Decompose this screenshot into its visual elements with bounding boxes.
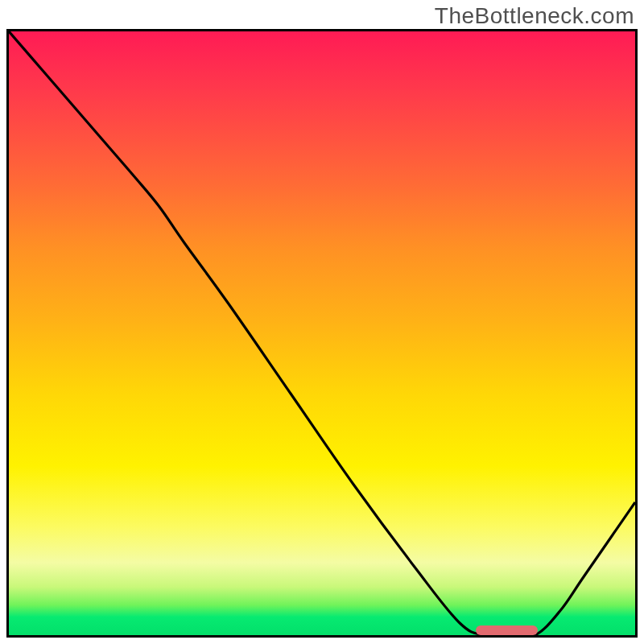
watermark-text: TheBottleneck.com: [435, 3, 634, 29]
bottleneck-curve: [9, 31, 635, 635]
optimal-range-marker: [476, 625, 539, 635]
plot-area: [6, 29, 638, 638]
chart-frame: TheBottleneck.com: [0, 0, 644, 644]
curve-path: [9, 31, 635, 635]
